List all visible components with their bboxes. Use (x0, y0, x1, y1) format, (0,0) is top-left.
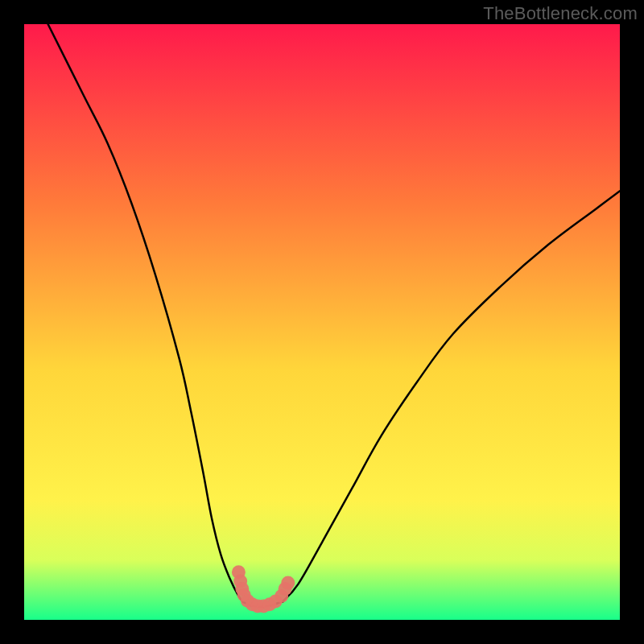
chart-frame: TheBottleneck.com (0, 0, 644, 644)
plot-area (24, 24, 620, 620)
chart-svg (24, 24, 620, 620)
watermark-text: TheBottleneck.com (483, 3, 638, 24)
gradient-background (24, 24, 620, 620)
trough-marker (281, 576, 295, 590)
